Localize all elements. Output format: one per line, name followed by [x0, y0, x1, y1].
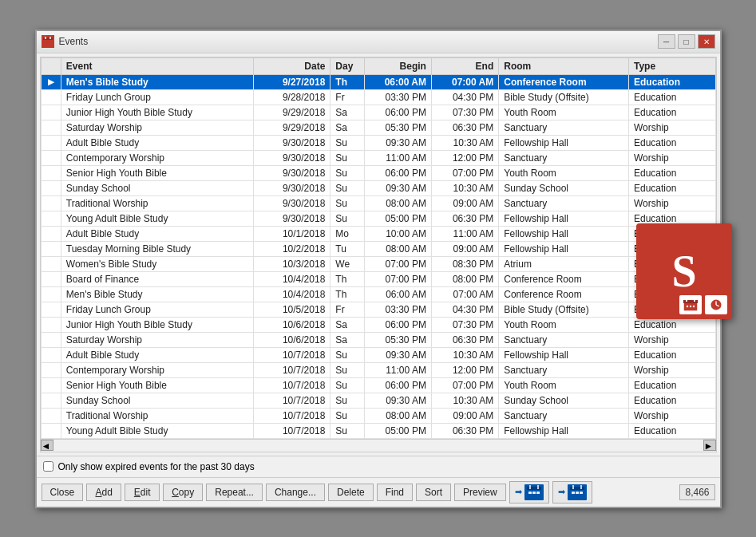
cell-date: 10/6/2018 — [253, 317, 330, 332]
cell-end: 07:00 PM — [431, 165, 498, 180]
cell-begin: 09:30 AM — [364, 180, 431, 195]
cell-begin: 08:00 AM — [364, 241, 431, 256]
table-row[interactable]: Saturday Worship9/29/2018Sa05:30 PM06:30… — [41, 120, 715, 135]
table-row[interactable]: Friday Lunch Group10/5/2018Fr03:30 PM04:… — [41, 302, 715, 317]
cell-end: 08:30 PM — [431, 256, 498, 271]
table-row[interactable]: Senior High Youth Bible9/30/2018Su06:00 … — [41, 165, 715, 180]
table-row[interactable]: Contemporary Worship9/30/2018Su11:00 AM1… — [41, 150, 715, 165]
table-row[interactable]: Men's Bible Study10/4/2018Th06:00 AM07:0… — [41, 286, 715, 302]
table-row[interactable]: Tuesday Morning Bible Study10/2/2018Tu08… — [41, 241, 715, 256]
maximize-button[interactable]: □ — [678, 34, 695, 49]
table-row[interactable]: Traditional Worship9/30/2018Su08:00 AM09… — [41, 195, 715, 211]
app-logo: S — [636, 223, 732, 319]
cell-event: Men's Bible Study — [61, 286, 253, 302]
cell-event: Contemporary Worship — [61, 150, 253, 165]
row-indicator — [41, 89, 61, 105]
table-row[interactable]: Board of Finance10/4/2018Th07:00 PM08:00… — [41, 271, 715, 286]
svg-rect-18 — [528, 492, 532, 494]
table-scroll-area[interactable]: Event Date Day Begin End Room Type ▶Men'… — [41, 57, 716, 439]
hscroll-left[interactable]: ◄ — [41, 440, 53, 451]
table-row[interactable]: Women's Bible Study10/3/2018We07:00 PM08… — [41, 256, 715, 271]
cell-date: 9/27/2018 — [253, 74, 330, 89]
copy-button[interactable]: Copy — [163, 484, 203, 501]
col-begin[interactable]: Begin — [364, 57, 431, 74]
close-window-button[interactable]: ✕ — [698, 34, 715, 49]
table-row[interactable]: Sunday School9/30/2018Su09:30 AM10:30 AM… — [41, 180, 715, 195]
table-row[interactable]: ▶Men's Bible Study9/27/2018Th06:00 AM07:… — [41, 74, 715, 89]
col-room[interactable]: Room — [499, 57, 629, 74]
cell-day: Fr — [331, 302, 364, 317]
row-indicator — [41, 120, 61, 135]
cell-day: Su — [331, 347, 364, 362]
table-row[interactable]: Adult Bible Study10/1/2018Mo10:00 AM11:0… — [41, 226, 715, 241]
minimize-button[interactable]: ─ — [658, 34, 675, 49]
row-indicator — [41, 408, 61, 423]
col-end[interactable]: End — [431, 57, 498, 74]
cell-date: 9/30/2018 — [253, 180, 330, 195]
expired-events-checkbox[interactable] — [43, 461, 53, 472]
table-row[interactable]: Adult Bible Study10/7/2018Su09:30 AM10:3… — [41, 347, 715, 362]
table-row[interactable]: Friday Lunch Group9/28/2018Fr03:30 PM04:… — [41, 89, 715, 105]
table-row[interactable]: Adult Bible Study9/30/2018Su09:30 AM10:3… — [41, 135, 715, 150]
table-row[interactable]: Sunday School10/7/2018Su09:30 AM10:30 AM… — [41, 393, 715, 408]
cell-begin: 07:00 PM — [364, 256, 431, 271]
col-date[interactable]: Date — [253, 57, 330, 74]
sort-button[interactable]: Sort — [416, 484, 451, 501]
cell-day: Su — [331, 393, 364, 408]
cell-type: Worship — [628, 195, 715, 211]
cell-room: Bible Study (Offsite) — [499, 302, 629, 317]
cell-begin: 06:00 AM — [364, 286, 431, 302]
cell-day: Su — [331, 377, 364, 393]
nav-calendar-right[interactable]: ➡ — [552, 481, 592, 503]
table-row[interactable]: Young Adult Bible Study10/7/2018Su05:00 … — [41, 423, 715, 438]
table-row[interactable]: Junior High Youth Bible Study9/29/2018Sa… — [41, 105, 715, 120]
cell-type: Education — [628, 105, 715, 120]
cell-end: 11:00 AM — [431, 226, 498, 241]
table-row[interactable]: Saturday Worship10/6/2018Sa05:30 PM06:30… — [41, 332, 715, 347]
cell-event: Young Adult Bible Study — [61, 211, 253, 226]
cell-begin: 11:00 AM — [364, 150, 431, 165]
repeat-button[interactable]: Repeat... — [206, 484, 263, 501]
col-type[interactable]: Type — [628, 57, 715, 74]
cell-begin: 05:30 PM — [364, 120, 431, 135]
logo-letter: S — [671, 249, 696, 294]
cell-event: Saturday Worship — [61, 332, 253, 347]
edit-button[interactable]: Edit — [125, 484, 160, 501]
cell-end: 07:00 AM — [431, 74, 498, 89]
row-indicator — [41, 195, 61, 211]
cell-event: Young Adult Bible Study — [61, 423, 253, 438]
cell-day: Tu — [331, 241, 364, 256]
find-button[interactable]: Find — [377, 484, 413, 501]
add-button[interactable]: Add — [86, 484, 121, 501]
cell-room: Fellowship Hall — [499, 241, 629, 256]
nav-calendar-left[interactable]: ➡ — [509, 481, 549, 503]
delete-button[interactable]: Delete — [328, 484, 374, 501]
cell-date: 9/30/2018 — [253, 211, 330, 226]
hscroll-right[interactable]: ► — [703, 440, 716, 451]
cell-room: Fellowship Hall — [499, 226, 629, 241]
change-button[interactable]: Change... — [266, 484, 325, 501]
cell-begin: 06:00 PM — [364, 165, 431, 180]
table-row[interactable]: Contemporary Worship10/7/2018Su11:00 AM1… — [41, 362, 715, 377]
col-event[interactable]: Event — [61, 57, 253, 74]
cell-begin: 10:00 AM — [364, 226, 431, 241]
table-row[interactable]: Senior High Youth Bible10/7/2018Su06:00 … — [41, 377, 715, 393]
col-arrow — [41, 57, 61, 74]
table-row[interactable]: Traditional Worship10/7/2018Su08:00 AM09… — [41, 408, 715, 423]
col-day[interactable]: Day — [331, 57, 364, 74]
table-row[interactable]: Junior High Youth Bible Study10/6/2018Sa… — [41, 317, 715, 332]
cell-date: 9/29/2018 — [253, 120, 330, 135]
close-button[interactable]: Close — [42, 484, 84, 501]
cell-event: Senior High Youth Bible — [61, 377, 253, 393]
cell-event: Friday Lunch Group — [61, 302, 253, 317]
cell-begin: 09:30 AM — [364, 393, 431, 408]
cell-begin: 08:00 AM — [364, 195, 431, 211]
cell-end: 06:30 PM — [431, 423, 498, 438]
row-indicator — [41, 105, 61, 120]
cell-room: Bible Study (Offsite) — [499, 89, 629, 105]
cell-begin: 11:00 AM — [364, 362, 431, 377]
preview-button[interactable]: Preview — [454, 484, 506, 501]
table-row[interactable]: Young Adult Bible Study9/30/2018Su05:00 … — [41, 211, 715, 226]
cell-room: Sanctuary — [499, 332, 629, 347]
horizontal-scrollbar[interactable]: ◄ ► — [41, 439, 716, 452]
